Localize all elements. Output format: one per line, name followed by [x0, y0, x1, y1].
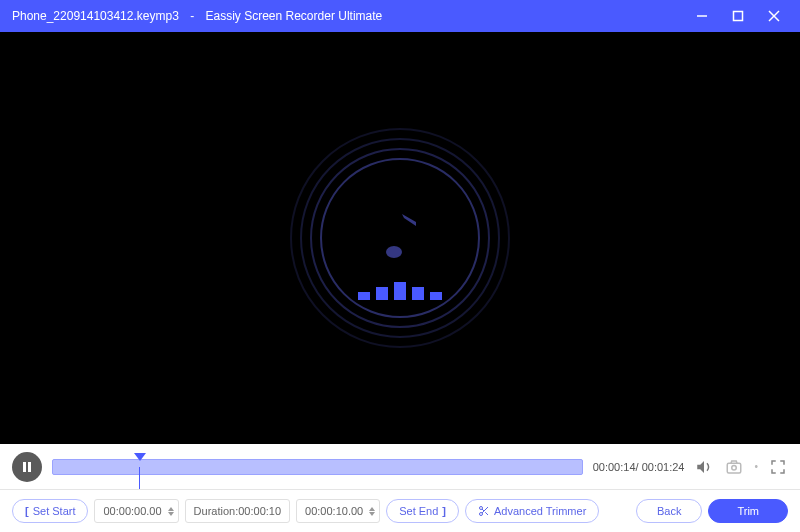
pause-button[interactable]	[12, 452, 42, 482]
svg-line-12	[482, 509, 484, 511]
set-start-button[interactable]: [ Set Start	[12, 499, 88, 523]
back-button[interactable]: Back	[636, 499, 702, 523]
svg-point-8	[480, 507, 483, 510]
music-note-icon	[376, 208, 424, 268]
duration-display: Duration:00:00:10	[185, 499, 290, 523]
end-time-down[interactable]	[369, 512, 375, 516]
fullscreen-icon[interactable]	[768, 457, 788, 477]
timeline-slider[interactable]	[52, 457, 583, 477]
total-time: 00:01:24	[642, 461, 685, 473]
file-name: Phone_220914103412.keymp3	[12, 9, 179, 23]
more-icon[interactable]: •	[754, 461, 758, 472]
svg-rect-6	[728, 463, 742, 473]
svg-rect-5	[28, 462, 31, 472]
advanced-trimmer-button[interactable]: Advanced Trimmer	[465, 499, 599, 523]
app-name: Eassiy Screen Recorder Ultimate	[206, 9, 383, 23]
end-time-input[interactable]: 00:00:10.00	[296, 499, 380, 523]
playback-controls: 00:00:14/ 00:01:24 •	[0, 444, 800, 490]
playhead-marker[interactable]	[134, 453, 146, 461]
time-display: 00:00:14/ 00:01:24	[593, 461, 685, 473]
svg-line-11	[485, 512, 488, 515]
maximize-button[interactable]	[720, 0, 756, 32]
start-time-up[interactable]	[168, 507, 174, 511]
set-end-button[interactable]: Set End ]	[386, 499, 459, 523]
end-time-up[interactable]	[369, 507, 375, 511]
svg-point-9	[480, 513, 483, 516]
close-button[interactable]	[756, 0, 792, 32]
svg-rect-1	[734, 12, 743, 21]
snapshot-icon[interactable]	[724, 457, 744, 477]
svg-point-7	[732, 465, 737, 470]
current-time: 00:00:14	[593, 461, 636, 473]
equalizer-icon	[358, 282, 442, 300]
music-visualizer	[290, 128, 510, 348]
minimize-button[interactable]	[684, 0, 720, 32]
start-time-down[interactable]	[168, 512, 174, 516]
start-time-input[interactable]: 00:00:00.00	[94, 499, 178, 523]
svg-rect-4	[23, 462, 26, 472]
scissors-icon	[478, 505, 490, 517]
trim-toolbar: [ Set Start 00:00:00.00 Duration:00:00:1…	[0, 490, 800, 532]
volume-icon[interactable]	[694, 457, 714, 477]
separator: -	[190, 9, 194, 23]
titlebar: Phone_220914103412.keymp3 - Eassiy Scree…	[0, 0, 800, 32]
trim-button[interactable]: Trim	[708, 499, 788, 523]
preview-area	[0, 32, 800, 444]
